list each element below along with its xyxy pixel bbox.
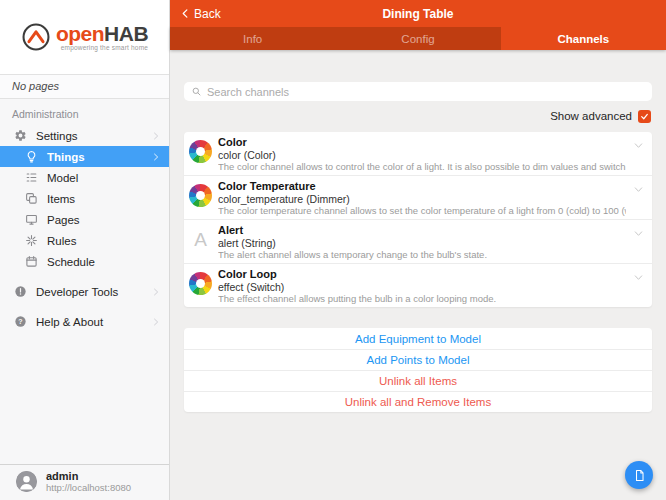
show-advanced-checkbox[interactable]	[638, 110, 651, 123]
chevron-down-icon	[633, 228, 644, 239]
color-wheel-icon	[189, 272, 212, 295]
channels-page: Show advanced Colorcolor (Color)The colo…	[170, 50, 666, 500]
channel-title: Color Loop	[218, 268, 626, 281]
logo-hab-text: HAB	[104, 22, 148, 45]
channel-row-color-loop[interactable]: Color Loopeffect (Switch)The effect chan…	[184, 263, 652, 307]
sidebar-item-label: Pages	[47, 214, 161, 226]
openhab-logo: openHAB empowering the smart home	[0, 0, 169, 74]
channel-description: The effect channel allows putting the bu…	[218, 293, 626, 304]
channel-title: Alert	[218, 224, 626, 237]
sidebar-item-label: Items	[47, 193, 161, 205]
items-icon	[24, 191, 39, 206]
actions-list: Add Equipment to ModelAdd Points to Mode…	[184, 328, 652, 412]
svg-text:?: ?	[18, 318, 22, 325]
lightbulb-icon	[24, 149, 39, 164]
action-unlink-all-items[interactable]: Unlink all Items	[184, 370, 652, 391]
action-add-points-to-model[interactable]: Add Points to Model	[184, 349, 652, 370]
chevron-down-icon	[633, 184, 644, 195]
user-url: http://localhost:8080	[46, 482, 131, 493]
chevron-right-icon	[151, 152, 161, 162]
back-button[interactable]: Back	[180, 7, 221, 21]
openhab-house-icon	[21, 22, 51, 52]
channel-subtitle: alert (String)	[218, 237, 626, 249]
chevron-right-icon	[151, 317, 161, 327]
sidebar-item-schedule[interactable]: Schedule	[0, 251, 169, 272]
channel-title: Color	[218, 136, 626, 149]
tab-info[interactable]: Info	[170, 27, 335, 50]
channel-description: The color channel allows to control the …	[218, 161, 626, 172]
sidebar-item-developer-tools[interactable]: Developer Tools	[0, 281, 169, 302]
color-wheel-icon	[189, 140, 212, 163]
chevron-right-icon	[151, 287, 161, 297]
administration-label: Administration	[0, 99, 169, 125]
show-advanced-label: Show advanced	[550, 110, 632, 122]
chevron-left-icon	[180, 8, 191, 19]
rules-icon	[24, 233, 39, 248]
channel-description: The color temperature channel allows to …	[218, 205, 626, 216]
sidebar-item-label: Help & About	[36, 316, 151, 328]
tabbar: InfoConfigChannels	[170, 27, 666, 50]
sidebar-item-label: Model	[47, 172, 161, 184]
sidebar-item-items[interactable]: Items	[0, 188, 169, 209]
tab-config[interactable]: Config	[335, 27, 500, 50]
sidebar-item-label: Things	[47, 151, 151, 163]
user-name: admin	[46, 470, 131, 482]
letter-a-icon: A	[189, 228, 212, 251]
main-panel: Back Dining Table InfoConfigChannels Sho…	[170, 0, 666, 500]
sidebar-item-help-about[interactable]: ?Help & About	[0, 311, 169, 332]
sidebar-item-settings[interactable]: Settings	[0, 125, 169, 146]
channel-row-color[interactable]: Colorcolor (Color)The color channel allo…	[184, 132, 652, 175]
action-add-equipment-to-model[interactable]: Add Equipment to Model	[184, 328, 652, 349]
help-icon: ?	[13, 314, 28, 329]
logo-tagline: empowering the smart home	[56, 44, 148, 51]
avatar	[16, 471, 37, 492]
channel-subtitle: effect (Switch)	[218, 281, 626, 293]
check-icon	[640, 112, 649, 121]
sidebar-item-label: Settings	[36, 130, 151, 142]
pages-icon	[24, 212, 39, 227]
sidebar-secondary-menu: Developer Tools?Help & About	[0, 272, 169, 332]
sidebar-item-things[interactable]: Things	[0, 146, 169, 167]
model-icon	[24, 170, 39, 185]
sidebar: openHAB empowering the smart home No pag…	[0, 0, 170, 500]
schedule-icon	[24, 254, 39, 269]
search-input[interactable]	[207, 86, 645, 98]
sidebar-item-label: Schedule	[47, 256, 161, 268]
show-advanced-row: Show advanced	[184, 109, 652, 123]
chevron-right-icon	[151, 131, 161, 141]
navbar: Back Dining Table	[170, 0, 666, 27]
page-title: Dining Table	[170, 7, 666, 21]
tab-channels[interactable]: Channels	[501, 27, 666, 50]
channels-list: Colorcolor (Color)The color channel allo…	[184, 132, 652, 307]
action-unlink-all-and-remove-items[interactable]: Unlink all and Remove Items	[184, 391, 652, 412]
sidebar-item-pages[interactable]: Pages	[0, 209, 169, 230]
sidebar-item-label: Rules	[47, 235, 161, 247]
search-icon	[191, 86, 202, 97]
sidebar-item-model[interactable]: Model	[0, 167, 169, 188]
back-label: Back	[194, 7, 221, 21]
channel-subtitle: color (Color)	[218, 149, 626, 161]
logo-open-text: open	[56, 22, 104, 45]
edit-fab-button[interactable]	[625, 461, 653, 489]
chevron-down-icon	[633, 272, 644, 283]
sidebar-item-label: Developer Tools	[36, 286, 151, 298]
channel-subtitle: color_temperature (Dimmer)	[218, 193, 626, 205]
chevron-down-icon	[633, 140, 644, 151]
channel-title: Color Temperature	[218, 180, 626, 193]
openhab-app: openHAB empowering the smart home No pag…	[0, 0, 666, 500]
channel-row-alert[interactable]: AAlertalert (String)The alert channel al…	[184, 219, 652, 263]
channel-description: The alert channel allows a temporary cha…	[218, 249, 626, 260]
color-wheel-icon	[189, 184, 212, 207]
channel-row-color-temperature[interactable]: Color Temperaturecolor_temperature (Dimm…	[184, 175, 652, 219]
search-bar[interactable]	[184, 82, 652, 101]
gear-icon	[13, 128, 28, 143]
user-panel[interactable]: admin http://localhost:8080	[0, 464, 169, 500]
developer-tools-icon	[13, 284, 28, 299]
document-icon	[633, 469, 646, 482]
no-pages-label: No pages	[0, 74, 169, 99]
sidebar-item-rules[interactable]: Rules	[0, 230, 169, 251]
sidebar-menu: SettingsThingsModelItemsPagesRulesSchedu…	[0, 125, 169, 272]
